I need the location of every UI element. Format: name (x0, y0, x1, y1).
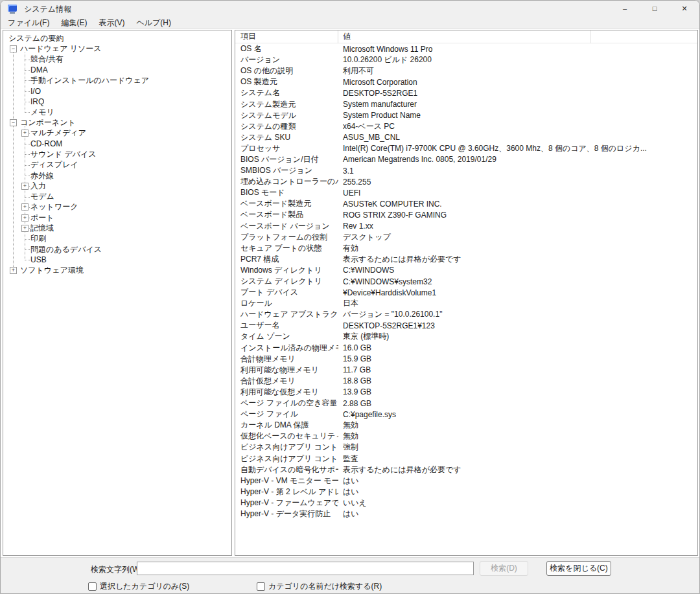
tree-item[interactable]: 赤外線 (3, 170, 231, 181)
table-row[interactable]: バージョン 10.0.26200 ビルド 26200 (235, 54, 697, 65)
table-row[interactable]: セキュア ブートの状態 有効 (235, 243, 697, 254)
table-row[interactable]: ロケール 日本 (235, 298, 697, 309)
tree-item[interactable]: ポート (3, 212, 231, 223)
table-row[interactable]: ユーザー名 DESKTOP-5S2RGE1¥123 (235, 320, 697, 331)
tree-item-label: IRQ (30, 97, 44, 106)
tree-item[interactable]: 手動インストールのハードウェア (3, 75, 231, 86)
table-row[interactable]: Hyper-V - 第 2 レベル アドレス変... はい (235, 486, 697, 497)
table-row[interactable]: ビジネス向けアプリ コントロール ポリ... 強制 (235, 442, 697, 453)
table-row[interactable]: ページ ファイル C:¥pagefile.sys (235, 409, 697, 420)
table-row[interactable]: OS の他の説明 利用不可 (235, 65, 697, 76)
tree-item[interactable]: CD-ROM (3, 139, 231, 149)
item-cell: Hyper-V - VM モニター モード拡張... (235, 475, 338, 486)
tree-item-label: メモリ (30, 107, 54, 118)
table-row[interactable]: Hyper-V - データ実行防止 はい (235, 508, 697, 520)
tree-item[interactable]: モデム (3, 191, 231, 201)
table-row[interactable]: 自動デバイスの暗号化サポート 表示するためには昇格が必要です (235, 464, 697, 475)
value-cell: ¥Device¥HarddiskVolume1 (338, 288, 697, 297)
item-cell: BIOS バージョン/日付 (235, 154, 338, 165)
tree-item-label: I/O (30, 87, 41, 96)
table-row[interactable]: ベースボード製品 ROG STRIX Z390-F GAMING (235, 209, 697, 220)
tree-item[interactable]: ネットワーク (3, 202, 231, 212)
tree-item[interactable]: 記憶域 (3, 223, 231, 233)
table-row[interactable]: タイム ゾーン 東京 (標準時) (235, 331, 697, 342)
table-row[interactable]: 合計物理メモリ 15.9 GB (235, 354, 697, 365)
expand-collapse-icon[interactable] (10, 45, 17, 52)
expand-collapse-icon[interactable] (21, 203, 29, 211)
table-row[interactable]: プラットフォームの役割 デスクトップ (235, 232, 697, 243)
column-header-value[interactable]: 値 (338, 30, 590, 43)
table-row[interactable]: Windows ディレクトリ C:¥WINDOWS (235, 265, 697, 276)
tree-item[interactable]: IRQ (3, 97, 231, 107)
table-row[interactable]: SMBIOS バージョン 3.1 (235, 165, 697, 176)
table-row[interactable]: インストール済みの物理メモリ (RAM) 16.0 GB (235, 343, 697, 354)
tree-item[interactable]: 入力 (3, 181, 231, 191)
maximize-button[interactable]: □ (640, 1, 670, 17)
column-header-item[interactable]: 項目 (235, 30, 338, 43)
tree-item-label: マルチメディア (30, 128, 86, 139)
expand-collapse-icon[interactable] (21, 130, 29, 137)
tree-item[interactable]: サウンド デバイス (3, 149, 231, 159)
checkbox-icon[interactable] (257, 582, 265, 591)
checkbox-icon[interactable] (88, 582, 97, 591)
table-row[interactable]: 利用可能な物理メモリ 11.7 GB (235, 365, 697, 376)
tree-item[interactable]: システムの要約 (3, 33, 231, 43)
tree-item[interactable]: ソフトウェア環境 (3, 266, 231, 276)
tree-item[interactable]: 印刷 (3, 234, 231, 244)
search-category-names-only-option[interactable]: カテゴリの名前だけ検索する(R) (257, 581, 382, 592)
table-row[interactable]: システムの種類 x64-ベース PC (235, 121, 697, 132)
tree-item[interactable]: コンポーネント (3, 117, 231, 128)
table-row[interactable]: Hyper-V - VM モニター モード拡張... はい (235, 475, 697, 486)
find-button[interactable]: 検索(D) (480, 561, 528, 576)
expand-collapse-icon[interactable] (21, 214, 29, 222)
tree-item[interactable]: I/O (3, 86, 231, 96)
table-row[interactable]: システム製造元 System manufacturer (235, 98, 697, 109)
table-row[interactable]: ビジネス向けアプリ コントロールのユー... 監査 (235, 453, 697, 464)
table-row[interactable]: システムモデル System Product Name (235, 110, 697, 121)
expand-collapse-icon[interactable] (21, 225, 29, 232)
search-input[interactable] (137, 562, 474, 575)
table-row[interactable]: BIOS モード UEFI (235, 187, 697, 198)
table-row[interactable]: ページ ファイルの空き容量 2.88 GB (235, 398, 697, 409)
table-row[interactable]: ハードウェア アブストラクション レイヤー バージョン = "10.0.2610… (235, 309, 697, 320)
expand-collapse-icon[interactable] (21, 183, 29, 190)
table-row[interactable]: Hyper-V - ファームウェアで仮想化が... いいえ (235, 497, 697, 508)
expand-collapse-icon[interactable] (10, 119, 17, 126)
tree-item[interactable]: マルチメディア (3, 128, 231, 139)
table-row[interactable]: 埋め込みコントローラーのバージョン 255.255 (235, 176, 697, 187)
table-row[interactable]: 仮想化ベースのセキュリティ 無効 (235, 431, 697, 442)
value-cell: x64-ベース PC (338, 121, 697, 132)
close-button[interactable]: ✕ (670, 1, 699, 17)
table-row[interactable]: カーネル DMA 保護 無効 (235, 420, 697, 431)
tree-item[interactable]: 競合/共有 (3, 54, 231, 65)
table-row[interactable]: プロセッサ Intel(R) Core(TM) i7-9700K CPU @ 3… (235, 143, 697, 154)
menu-item[interactable]: 表示(V) (93, 17, 130, 29)
table-row[interactable]: PCR7 構成 表示するためには昇格が必要です (235, 254, 697, 265)
menu-item[interactable]: ヘルプ(H) (130, 17, 177, 29)
search-selected-category-option[interactable]: 選択したカテゴリのみ(S) (88, 581, 189, 592)
tree-item[interactable]: USB (3, 255, 231, 265)
tree-item[interactable]: メモリ (3, 107, 231, 117)
table-row[interactable]: システム名 DESKTOP-5S2RGE1 (235, 87, 697, 98)
menu-item[interactable]: ファイル(F) (2, 17, 55, 29)
minimize-button[interactable]: – (610, 1, 640, 17)
table-row[interactable]: OS 製造元 Microsoft Corporation (235, 76, 697, 87)
close-find-button[interactable]: 検索を閉じる(C) (546, 561, 611, 576)
table-row[interactable]: システム SKU ASUS_MB_CNL (235, 132, 697, 143)
table-row[interactable]: システム ディレクトリ C:¥WINDOWS¥system32 (235, 276, 697, 287)
item-cell: ベースボード製品 (235, 209, 338, 220)
table-row[interactable]: ブート デバイス ¥Device¥HarddiskVolume1 (235, 287, 697, 298)
tree-item[interactable]: ハードウェア リソース (3, 43, 231, 54)
tree-item[interactable]: ディスプレイ (3, 160, 231, 170)
table-row[interactable]: BIOS バージョン/日付 American Megatrends Inc. 0… (235, 154, 697, 165)
table-row[interactable]: OS 名 Microsoft Windows 11 Pro (235, 43, 697, 54)
menu-item[interactable]: 編集(E) (55, 17, 93, 29)
table-row[interactable]: 利用可能な仮想メモリ 13.9 GB (235, 387, 697, 398)
table-row[interactable]: ベースボード バージョン Rev 1.xx (235, 221, 697, 232)
tree-item[interactable]: DMA (3, 65, 231, 75)
tree-item[interactable]: 問題のあるデバイス (3, 244, 231, 255)
table-row[interactable]: 合計仮想メモリ 18.8 GB (235, 376, 697, 387)
expand-collapse-icon[interactable] (10, 267, 17, 274)
value-cell: 無効 (338, 420, 697, 431)
table-row[interactable]: ベースボード製造元 ASUSTeK COMPUTER INC. (235, 198, 697, 209)
